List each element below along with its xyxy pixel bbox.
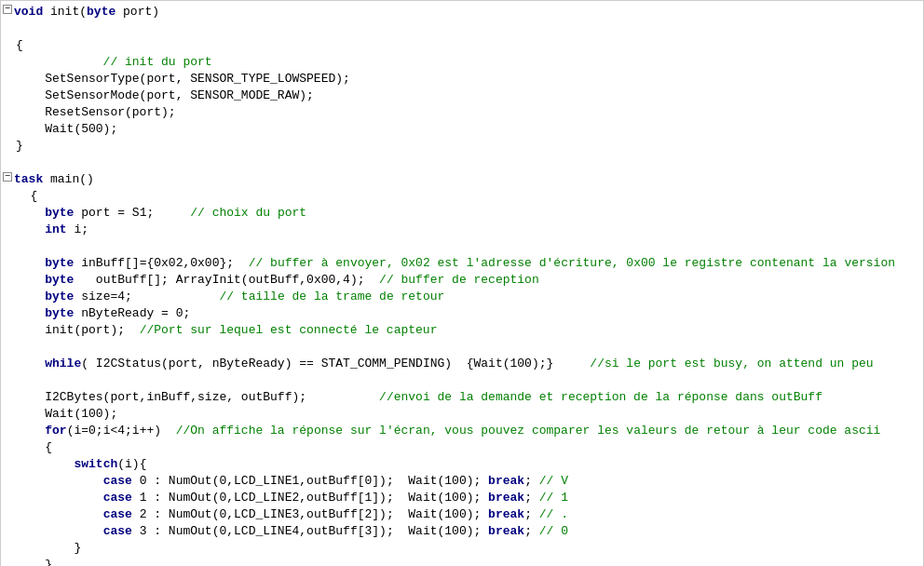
code-line: byte inBuff[]={0x02,0x00}; // buffer à e… bbox=[1, 256, 923, 273]
code-text: case 0 : NumOut(0,LCD_LINE1,outBuff[0]);… bbox=[16, 474, 921, 488]
code-text: SetSensorMode(port, SENSOR_MODE_RAW); bbox=[16, 88, 921, 102]
code-line: Wait(100); bbox=[1, 407, 923, 424]
code-text: byte outBuff[]; ArrayInit(outBuff,0x00,4… bbox=[16, 273, 921, 287]
code-line bbox=[1, 373, 923, 390]
code-text: init(port); //Port sur lequel est connec… bbox=[16, 323, 921, 337]
code-line: } bbox=[1, 558, 923, 566]
code-line: { bbox=[1, 189, 923, 206]
code-text: } bbox=[16, 541, 921, 555]
code-line: byte nByteReady = 0; bbox=[1, 306, 923, 323]
code-editor[interactable]: −void init(byte port){ // init du port S… bbox=[0, 0, 924, 566]
code-line: case 1 : NumOut(0,LCD_LINE2,outBuff[1]);… bbox=[1, 491, 923, 507]
code-text: SetSensorType(port, SENSOR_TYPE_LOWSPEED… bbox=[16, 72, 921, 86]
code-line: SetSensorMode(port, SENSOR_MODE_RAW); bbox=[1, 88, 923, 105]
code-line: for(i=0;i<4;i++) //On affiche la réponse… bbox=[1, 424, 923, 440]
code-line: { bbox=[1, 440, 923, 457]
code-line: switch(i){ bbox=[1, 457, 923, 474]
code-line: case 3 : NumOut(0,LCD_LINE4,outBuff[3]);… bbox=[1, 524, 923, 541]
code-line: // init du port bbox=[1, 55, 923, 72]
code-text: byte inBuff[]={0x02,0x00}; // buffer à e… bbox=[16, 256, 921, 270]
code-line: byte outBuff[]; ArrayInit(outBuff,0x00,4… bbox=[1, 273, 923, 290]
code-text: for(i=0;i<4;i++) //On affiche la réponse… bbox=[16, 424, 921, 438]
code-text: case 1 : NumOut(0,LCD_LINE2,outBuff[1]);… bbox=[16, 491, 921, 505]
code-text: { bbox=[16, 440, 921, 454]
code-line: } bbox=[1, 541, 923, 558]
code-line: −void init(byte port) bbox=[1, 5, 923, 21]
code-text: } bbox=[16, 139, 921, 153]
code-line bbox=[1, 239, 923, 256]
collapse-icon[interactable]: − bbox=[3, 172, 12, 182]
code-line: while( I2CStatus(port, nByteReady) == ST… bbox=[1, 357, 923, 373]
code-line: I2CBytes(port,inBuff,size, outBuff); //e… bbox=[1, 390, 923, 407]
code-text: byte nByteReady = 0; bbox=[16, 306, 921, 320]
code-text: case 3 : NumOut(0,LCD_LINE4,outBuff[3]);… bbox=[16, 524, 921, 538]
code-text: int i; bbox=[16, 222, 921, 236]
code-line: init(port); //Port sur lequel est connec… bbox=[1, 323, 923, 340]
code-text: byte size=4; // taille de la trame de re… bbox=[16, 290, 921, 303]
code-text: { bbox=[16, 38, 921, 52]
code-line bbox=[1, 155, 923, 172]
code-line: −task main() bbox=[1, 172, 923, 189]
collapse-icon[interactable]: − bbox=[3, 5, 12, 14]
code-line: SetSensorType(port, SENSOR_TYPE_LOWSPEED… bbox=[1, 72, 923, 88]
code-text: // init du port bbox=[16, 55, 921, 69]
code-line: case 2 : NumOut(0,LCD_LINE3,outBuff[2]);… bbox=[1, 507, 923, 524]
code-text: switch(i){ bbox=[16, 457, 921, 471]
code-text: void init(byte port) bbox=[14, 5, 921, 19]
code-line: case 0 : NumOut(0,LCD_LINE1,outBuff[0]);… bbox=[1, 474, 923, 491]
code-text: Wait(100); bbox=[16, 407, 921, 421]
code-line: } bbox=[1, 139, 923, 155]
code-line: int i; bbox=[1, 222, 923, 239]
code-text: { bbox=[16, 189, 921, 203]
code-text: } bbox=[16, 558, 921, 566]
code-line: ResetSensor(port); bbox=[1, 105, 923, 122]
code-text: case 2 : NumOut(0,LCD_LINE3,outBuff[2]);… bbox=[16, 507, 921, 521]
code-text: ResetSensor(port); bbox=[16, 105, 921, 119]
code-text: while( I2CStatus(port, nByteReady) == ST… bbox=[16, 357, 921, 371]
code-line: byte size=4; // taille de la trame de re… bbox=[1, 290, 923, 306]
code-line: byte port = S1; // choix du port bbox=[1, 206, 923, 222]
code-line bbox=[1, 340, 923, 357]
code-text: task main() bbox=[14, 172, 921, 186]
code-text: Wait(500); bbox=[16, 122, 921, 136]
code-text: byte port = S1; // choix du port bbox=[16, 206, 921, 220]
code-line: { bbox=[1, 38, 923, 55]
code-line: Wait(500); bbox=[1, 122, 923, 139]
code-text: I2CBytes(port,inBuff,size, outBuff); //e… bbox=[16, 390, 921, 404]
code-line bbox=[1, 21, 923, 38]
